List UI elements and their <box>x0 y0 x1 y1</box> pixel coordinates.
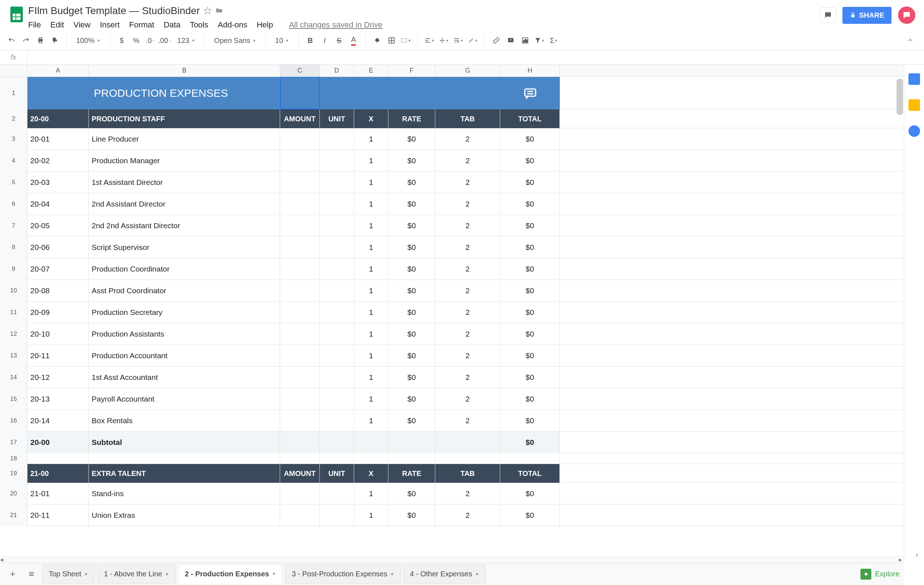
cell[interactable]: 1 <box>354 128 388 150</box>
font-size-dropdown[interactable]: 10▼ <box>271 36 293 45</box>
cell[interactable]: 1 <box>354 172 388 193</box>
column-header-F[interactable]: F <box>388 64 435 76</box>
cell[interactable]: 1 <box>354 367 388 388</box>
row-header[interactable]: 8 <box>0 236 27 258</box>
cell[interactable]: 20-08 <box>27 280 89 302</box>
cell[interactable]: 2 <box>435 345 500 367</box>
document-title[interactable]: FIlm Budget Template — StudioBinder <box>28 5 200 17</box>
cell[interactable]: 2 <box>435 258 500 280</box>
h-align-button[interactable]: ▼ <box>423 34 436 47</box>
cell[interactable]: AMOUNT <box>280 464 320 483</box>
menu-format[interactable]: Format <box>129 20 155 30</box>
cell[interactable] <box>280 258 320 280</box>
number-format-dropdown[interactable]: 123▼ <box>173 36 199 45</box>
menu-tools[interactable]: Tools <box>190 20 208 30</box>
row-header[interactable]: 13 <box>0 345 27 367</box>
cell[interactable]: 20-11 <box>27 345 89 367</box>
link-button[interactable] <box>490 34 503 47</box>
paint-format-button[interactable] <box>48 34 61 47</box>
cell[interactable]: Production Manager <box>89 150 280 172</box>
row-header[interactable]: 2 <box>0 109 27 128</box>
cell[interactable] <box>354 431 388 453</box>
sheet-tab[interactable]: 1 - Above the Line▼ <box>97 564 176 584</box>
cell[interactable] <box>280 345 320 367</box>
cell[interactable]: $0 <box>500 150 560 172</box>
cell[interactable]: RATE <box>388 464 435 483</box>
sheet-tab[interactable]: 2 - Production Expenses▼ <box>178 564 283 584</box>
cell[interactable]: $0 <box>500 193 560 215</box>
cell[interactable]: Production Coordinator <box>89 258 280 280</box>
cell[interactable] <box>320 302 354 323</box>
cell[interactable]: 20-11 <box>27 504 89 526</box>
cell[interactable]: 20-10 <box>27 323 89 345</box>
print-button[interactable] <box>34 34 47 47</box>
cell[interactable]: 2nd 2nd Assistant Director <box>89 215 280 236</box>
cell[interactable]: $0 <box>500 367 560 388</box>
cell[interactable]: EXTRA TALENT <box>89 464 280 483</box>
text-color-button[interactable]: A <box>347 34 360 47</box>
cell[interactable]: Subtotal <box>89 431 280 453</box>
cell[interactable]: 1 <box>354 323 388 345</box>
cell[interactable]: 1 <box>354 258 388 280</box>
collapse-toolbar-button[interactable] <box>904 34 917 47</box>
cell[interactable]: Union Extras <box>89 504 280 526</box>
row-header[interactable]: 21 <box>0 504 27 526</box>
cell[interactable] <box>435 77 500 109</box>
sheet-tab[interactable]: Top Sheet▼ <box>42 564 95 584</box>
chat-bubble-icon[interactable] <box>898 7 915 24</box>
cell[interactable] <box>89 453 280 464</box>
cell[interactable] <box>280 367 320 388</box>
row-header[interactable]: 16 <box>0 410 27 431</box>
cell[interactable]: $0 <box>388 504 435 526</box>
cell[interactable] <box>320 453 354 464</box>
row-header[interactable]: 10 <box>0 280 27 302</box>
cell[interactable]: 20-13 <box>27 388 89 410</box>
menu-data[interactable]: Data <box>163 20 180 30</box>
cell[interactable] <box>320 345 354 367</box>
cell[interactable]: $0 <box>388 150 435 172</box>
cell[interactable]: AMOUNT <box>280 109 320 128</box>
filter-button[interactable]: ▼ <box>533 34 546 47</box>
horizontal-scrollbar[interactable]: ◀ ▶ <box>0 556 904 563</box>
cell[interactable]: $0 <box>500 388 560 410</box>
sheets-logo[interactable] <box>5 3 28 26</box>
cell[interactable] <box>320 193 354 215</box>
column-header-C[interactable]: C <box>280 64 320 76</box>
spreadsheet-grid[interactable]: ABCDEFGH 1PRODUCTION EXPENSES220-00PRODU… <box>0 64 904 560</box>
cell[interactable] <box>435 431 500 453</box>
cell[interactable] <box>320 128 354 150</box>
side-panel-expand-icon[interactable]: › <box>916 550 918 560</box>
cell[interactable]: 2 <box>435 150 500 172</box>
cell[interactable]: 2 <box>435 323 500 345</box>
cell[interactable]: Payroll Accountant <box>89 388 280 410</box>
column-header-A[interactable]: A <box>27 64 89 76</box>
folder-icon[interactable] <box>215 7 223 15</box>
cell[interactable] <box>320 504 354 526</box>
cell[interactable] <box>354 453 388 464</box>
row-header[interactable]: 17 <box>0 431 27 453</box>
cell[interactable]: 20-04 <box>27 193 89 215</box>
column-header-G[interactable]: G <box>435 64 500 76</box>
cell[interactable] <box>280 193 320 215</box>
cell[interactable] <box>500 453 560 464</box>
cell[interactable] <box>280 236 320 258</box>
cell[interactable] <box>435 453 500 464</box>
cell[interactable]: 2 <box>435 504 500 526</box>
cell[interactable]: TAB <box>435 109 500 128</box>
row-header[interactable]: 12 <box>0 323 27 345</box>
row-header[interactable]: 1 <box>0 77 27 109</box>
cell[interactable]: Production Assistants <box>89 323 280 345</box>
cell[interactable] <box>388 431 435 453</box>
cell[interactable]: $0 <box>388 388 435 410</box>
cell[interactable] <box>280 77 320 109</box>
share-button[interactable]: SHARE <box>842 7 891 24</box>
cell[interactable]: PRODUCTION EXPENSES <box>89 77 280 109</box>
cell[interactable]: $0 <box>500 504 560 526</box>
cell[interactable]: TOTAL <box>500 109 560 128</box>
tasks-icon[interactable] <box>909 125 920 137</box>
column-header-E[interactable]: E <box>354 64 388 76</box>
cell[interactable]: $0 <box>500 302 560 323</box>
menu-view[interactable]: View <box>73 20 90 30</box>
cell[interactable] <box>27 453 89 464</box>
cell[interactable]: X <box>354 464 388 483</box>
